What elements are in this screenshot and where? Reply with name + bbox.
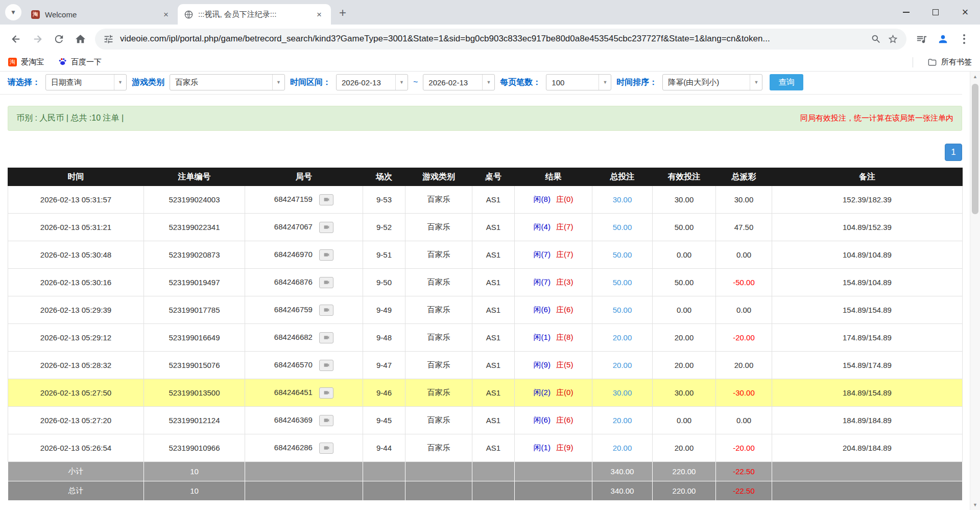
back-button[interactable]: [6, 29, 26, 49]
cell-total-bet[interactable]: 50.00: [592, 241, 653, 269]
subtotal-row: 小计 10 340.00 220.00 -22.50: [8, 462, 963, 481]
reload-button[interactable]: [49, 29, 68, 49]
video-replay-button[interactable]: [319, 332, 333, 343]
subtotal-total-bet: 340.00: [592, 462, 653, 481]
cell-payout: 0.00: [716, 407, 772, 434]
pagination: 1: [0, 144, 962, 161]
cell-session: 9-52: [363, 214, 405, 241]
banker-result: 庄(7): [556, 222, 573, 231]
cell-total-bet[interactable]: 50.00: [592, 214, 653, 241]
cell-total-bet[interactable]: 20.00: [592, 407, 653, 434]
cell-empty: [472, 481, 515, 501]
all-bookmarks-button[interactable]: 所有书签: [927, 57, 972, 67]
cell-total-bet[interactable]: 50.00: [592, 296, 653, 324]
video-replay-button[interactable]: [319, 443, 333, 454]
cell-round-number: 684247159: [245, 186, 363, 214]
round-number: 684246759: [274, 305, 313, 313]
close-window-button[interactable]: ×: [950, 0, 980, 25]
cell-bet-number: 523199013500: [144, 379, 245, 407]
total-valid-bet: 220.00: [653, 481, 716, 501]
cell-time: 2026-02-13 05:29:39: [8, 296, 144, 324]
tab-search-button[interactable]: ▼: [5, 4, 21, 20]
total-row: 总计 10 340.00 220.00 -22.50: [8, 481, 963, 501]
query-type-select[interactable]: 日期查询 ▼: [45, 74, 127, 90]
bookmark-baidu[interactable]: 百度一下: [58, 57, 102, 67]
cell-total-bet[interactable]: 30.00: [592, 186, 653, 214]
zoom-icon[interactable]: [871, 34, 881, 44]
maximize-button[interactable]: [921, 0, 950, 25]
summary-bar: 币别 : 人民币 | 总共 :10 注单 | 同局有效投注，统一计算在该局第一张…: [8, 106, 962, 131]
page-1-button[interactable]: 1: [945, 144, 962, 161]
game-type-select[interactable]: 百家乐 ▼: [170, 74, 285, 90]
table-body: 2026-02-13 05:31:57 523199024003 6842471…: [8, 186, 963, 462]
forward-button[interactable]: [28, 29, 47, 49]
cell-valid-bet: 0.00: [653, 241, 716, 269]
video-icon: [323, 417, 330, 424]
banker-result: 庄(9): [556, 443, 573, 452]
cell-table-number: AS1: [472, 269, 515, 296]
close-icon[interactable]: ×: [160, 9, 172, 20]
sort-order-select[interactable]: 降幂(由大到小) ▼: [662, 74, 762, 90]
cell-total-bet[interactable]: 30.00: [592, 379, 653, 407]
subtotal-payout: -22.50: [716, 462, 772, 481]
video-replay-button[interactable]: [319, 194, 333, 205]
baidu-paw-icon: [58, 57, 67, 67]
cell-empty: [515, 481, 592, 501]
date-from-input[interactable]: 2026-02-13 ▼: [336, 74, 408, 90]
cell-total-bet[interactable]: 50.00: [592, 269, 653, 296]
search-button[interactable]: 查询: [770, 74, 803, 90]
taobao-icon: 淘: [8, 58, 17, 66]
cell-game-type: 百家乐: [405, 214, 472, 241]
video-replay-button[interactable]: [319, 222, 333, 233]
cell-total-bet[interactable]: 20.00: [592, 352, 653, 379]
tab-bet-records[interactable]: :::视讯, 会员下注纪录::: ×: [178, 4, 331, 25]
cell-bet-number: 523199015076: [144, 352, 245, 379]
cell-result: 闲(2) 庄(0): [515, 379, 592, 407]
cell-bet-number: 523199024003: [144, 186, 245, 214]
minimize-button[interactable]: [891, 0, 921, 25]
cell-total-bet[interactable]: 20.00: [592, 434, 653, 462]
cell-valid-bet: 20.00: [653, 352, 716, 379]
video-replay-button[interactable]: [319, 277, 333, 288]
cell-game-type: 百家乐: [405, 434, 472, 462]
vertical-scrollbar[interactable]: ▲ ▼: [970, 72, 980, 510]
cell-round-number: 684246369: [245, 407, 363, 434]
address-bar[interactable]: videoie.com/ipl/portal.php/game/betrecor…: [95, 29, 906, 50]
cell-payout: 30.00: [716, 186, 772, 214]
cell-total-bet[interactable]: 20.00: [592, 324, 653, 352]
table-row: 2026-02-13 05:29:39 523199017785 6842467…: [8, 296, 963, 324]
scrollbar-thumb[interactable]: [972, 84, 978, 214]
select-type-label: 请选择：: [8, 77, 40, 88]
new-tab-button[interactable]: +: [334, 4, 351, 21]
video-replay-button[interactable]: [319, 387, 333, 399]
profile-avatar[interactable]: [933, 29, 952, 49]
home-button[interactable]: [70, 29, 90, 49]
cell-payout: 20.00: [716, 352, 772, 379]
cell-session: 9-44: [363, 434, 405, 462]
cell-time: 2026-02-13 05:27:50: [8, 379, 144, 407]
site-info-icon[interactable]: [103, 34, 114, 44]
cell-empty: [405, 462, 472, 481]
date-to-input[interactable]: 2026-02-13 ▼: [423, 74, 495, 90]
video-replay-button[interactable]: [319, 249, 333, 261]
cell-result: 闲(1) 庄(8): [515, 324, 592, 352]
media-controls-button[interactable]: [912, 29, 931, 49]
close-icon[interactable]: ×: [314, 9, 325, 20]
cell-time: 2026-02-13 05:28:32: [8, 352, 144, 379]
video-replay-button[interactable]: [319, 415, 333, 426]
cell-round-number: 684246876: [245, 269, 363, 296]
scroll-down-icon[interactable]: ▼: [970, 500, 980, 510]
page-content: 请选择： 日期查询 ▼ 游戏类别 百家乐 ▼ 时间区间： 2026-02-13 …: [0, 72, 980, 510]
bookmark-taobao[interactable]: 淘 爱淘宝: [8, 57, 44, 67]
page-size-input[interactable]: 100 ▼: [546, 74, 611, 90]
video-replay-button[interactable]: [319, 305, 333, 316]
browser-menu-button[interactable]: [954, 29, 974, 49]
video-replay-button[interactable]: [319, 360, 333, 371]
scroll-up-icon[interactable]: ▲: [970, 72, 980, 82]
cell-table-number: AS1: [472, 186, 515, 214]
tab-welcome[interactable]: 淘 Welcome ×: [25, 4, 178, 25]
forward-icon: [32, 33, 43, 45]
video-icon: [323, 307, 330, 313]
bookmark-star-icon[interactable]: [888, 34, 898, 44]
back-icon: [10, 33, 22, 45]
